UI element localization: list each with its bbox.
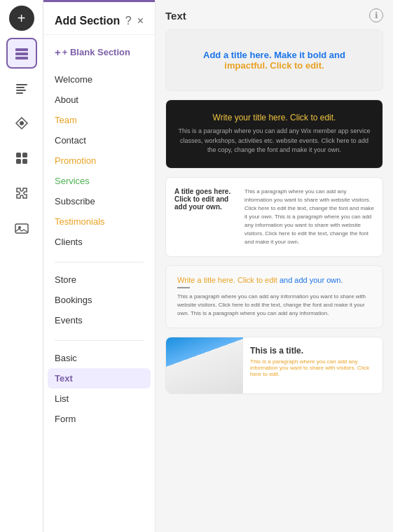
design-icon [14, 115, 29, 131]
nav-item-services[interactable]: Services [43, 171, 155, 191]
toolbar-sections-btn[interactable] [6, 38, 37, 69]
svg-point-7 [20, 121, 24, 125]
card-3-right-text: This a paragraph where you can add any i… [244, 188, 374, 246]
nav-item-team[interactable]: Team [43, 110, 155, 130]
info-icon[interactable]: ℹ [369, 8, 383, 22]
card-5-title: This is a title. [250, 346, 375, 356]
sections-icon [14, 46, 29, 61]
svg-rect-6 [16, 92, 23, 94]
card-4-title: Write a title here. Click to edit and ad… [177, 276, 371, 284]
divider-2 [55, 340, 144, 341]
panel-title: Add Section [55, 15, 120, 27]
panel-navigation: + + Blank Section Welcome About Team Con… [43, 35, 155, 532]
svg-point-13 [18, 226, 21, 229]
svg-rect-5 [16, 90, 26, 91]
card-5-image-inner [166, 337, 243, 393]
close-button[interactable]: × [137, 15, 144, 27]
svg-rect-1 [15, 52, 28, 55]
nav-item-form[interactable]: Form [43, 409, 155, 429]
card-5-text-area: This is a title. This is a paragraph whe… [243, 337, 382, 393]
card-4-title-blue: and add your own. [280, 276, 343, 284]
toolbar-apps-btn[interactable] [6, 143, 37, 174]
svg-rect-8 [16, 153, 21, 158]
nav-item-contact[interactable]: Contact [43, 130, 155, 150]
svg-rect-4 [16, 87, 25, 88]
svg-rect-12 [15, 224, 28, 233]
template-card-4[interactable]: Write a title here. Click to edit and ad… [165, 265, 383, 328]
section-templates-area: Text ℹ Add a title here. Make it bold an… [156, 0, 393, 532]
nav-item-welcome[interactable]: Welcome [43, 69, 155, 90]
panel-header-actions: ? × [125, 15, 144, 27]
card-3-content: A title goes here. Click to edit and add… [166, 178, 382, 256]
nav-group-3: Basic Text List Form [43, 345, 155, 435]
nav-item-subscribe[interactable]: Subscribe [43, 191, 155, 211]
card-3-right: This a paragraph where you can add any i… [244, 188, 374, 246]
toolbar-puzzle-btn[interactable] [6, 178, 37, 209]
nav-item-store[interactable]: Store [43, 270, 155, 290]
card-2-title: Write your title here. Click to edit. [177, 113, 371, 122]
nav-item-clients[interactable]: Clients [43, 232, 155, 252]
card-1-title-orange: impactful. Click to edit. [224, 60, 324, 71]
card-1-title-blue: Add a title here. Make it bold and [203, 50, 345, 60]
apps-icon [14, 150, 29, 166]
card-4-body: This a paragraph where you can add any i… [177, 293, 371, 318]
nav-item-list[interactable]: List [43, 388, 155, 409]
template-card-5[interactable]: This is a title. This is a paragraph whe… [165, 337, 383, 394]
nav-item-text[interactable]: Text [48, 368, 151, 388]
puzzle-icon [14, 186, 29, 201]
card-3-left: A title goes here. Click to edit and add… [174, 188, 237, 246]
svg-rect-11 [22, 159, 27, 164]
divider-1 [55, 262, 144, 262]
svg-rect-2 [15, 57, 28, 59]
svg-rect-10 [16, 159, 21, 164]
svg-rect-9 [22, 153, 27, 158]
card-1-content: Add a title here. Make it bold and impac… [166, 30, 382, 90]
section-label: Text [165, 10, 186, 22]
add-new-button[interactable]: + [9, 6, 34, 31]
card-4-content: Write a title here. Click to edit and ad… [166, 266, 382, 328]
template-card-1[interactable]: Add a title here. Make it bold and impac… [165, 29, 383, 91]
plus-icon: + [55, 46, 61, 58]
card-2-body: This is a paragraph where you can add an… [177, 127, 371, 155]
svg-rect-0 [15, 48, 28, 51]
toolbar-design-btn[interactable] [6, 108, 37, 139]
nav-item-promotion[interactable]: Promotion [43, 150, 155, 171]
nav-group-2: Store Bookings Events [43, 267, 155, 336]
svg-rect-3 [16, 84, 27, 85]
toolbar-text-btn[interactable] [6, 73, 37, 104]
media-icon [14, 220, 29, 236]
card-5-body: This is a paragraph where you can add an… [250, 358, 375, 377]
nav-group-1: Welcome About Team Contact Promotion Ser… [43, 66, 155, 258]
section-header-row: Text ℹ [165, 8, 383, 22]
blank-section-label: + Blank Section [62, 47, 130, 57]
card-1-title: Add a title here. Make it bold and impac… [177, 50, 371, 71]
card-4-divider [177, 287, 190, 288]
template-card-2[interactable]: Write your title here. Click to edit. Th… [165, 99, 383, 169]
card-4-title-orange: Write a title here. Click to edit [177, 276, 277, 284]
nav-item-about[interactable]: About [43, 90, 155, 110]
card-2-content: Write your title here. Click to edit. Th… [166, 100, 382, 168]
template-card-3[interactable]: A title goes here. Click to edit and add… [165, 177, 383, 257]
card-3-left-title: A title goes here. Click to edit and add… [174, 188, 237, 211]
nav-item-basic[interactable]: Basic [43, 348, 155, 368]
help-button[interactable]: ? [125, 15, 132, 27]
card-5-content: This is a title. This is a paragraph whe… [166, 337, 382, 393]
panel-header: Add Section ? × [43, 2, 155, 35]
toolbar: + [0, 0, 43, 532]
toolbar-media-btn[interactable] [6, 213, 37, 244]
text-icon [14, 80, 29, 96]
nav-item-events[interactable]: Events [43, 310, 155, 330]
card-5-image [166, 337, 243, 393]
add-section-panel: Add Section ? × + + Blank Section Welcom… [43, 0, 156, 532]
nav-item-bookings[interactable]: Bookings [43, 290, 155, 310]
nav-item-testimonials[interactable]: Testimonials [43, 211, 155, 232]
blank-section-button[interactable]: + + Blank Section [43, 41, 155, 66]
